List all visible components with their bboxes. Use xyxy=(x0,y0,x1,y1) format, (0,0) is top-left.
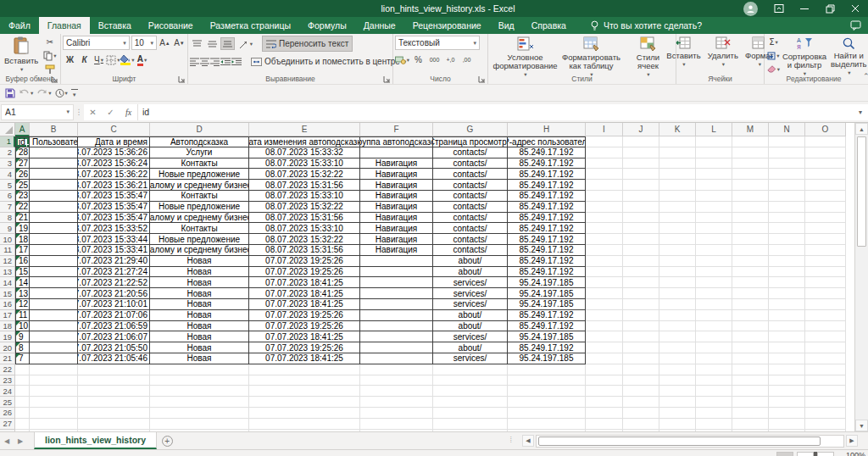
cell-G9[interactable]: contacts/ xyxy=(433,223,508,234)
cell-K27[interactable] xyxy=(659,419,696,430)
cell-F15[interactable] xyxy=(360,288,433,299)
cell-K17[interactable] xyxy=(659,310,696,321)
increase-decimal-button[interactable]: +,0 xyxy=(443,53,458,66)
cell-M18[interactable] xyxy=(732,321,769,332)
cell-H22[interactable] xyxy=(508,364,586,375)
col-header-I[interactable]: I xyxy=(586,123,623,136)
cell-M24[interactable] xyxy=(732,386,769,397)
account-avatar[interactable] xyxy=(743,2,758,16)
cell-E13[interactable]: 07.07.2023 19:25:26 xyxy=(249,267,360,278)
cell-C14[interactable]: 07.07.2023 21:22:52 xyxy=(78,277,150,288)
cell-L10[interactable] xyxy=(696,234,732,245)
cell-L2[interactable] xyxy=(696,147,732,158)
ribbon-tab-Данные[interactable]: Данные xyxy=(355,17,404,34)
formula-input[interactable]: id xyxy=(138,104,853,120)
fill-button[interactable]: ▾ xyxy=(766,49,781,62)
cell-F11[interactable]: Навигация xyxy=(360,245,433,256)
copy-button[interactable]: ▾ xyxy=(42,49,57,62)
cell-K12[interactable] xyxy=(659,256,696,267)
row-header-2[interactable]: 2 xyxy=(0,147,15,158)
cell-I9[interactable] xyxy=(586,223,623,234)
cell-L6[interactable] xyxy=(696,191,732,202)
cell-L22[interactable] xyxy=(696,364,732,375)
cell-K4[interactable] xyxy=(659,169,696,180)
cell-L7[interactable] xyxy=(696,202,732,213)
cell-O4[interactable] xyxy=(805,169,846,180)
cell-C24[interactable] xyxy=(78,386,150,397)
cell-F26[interactable] xyxy=(360,408,433,419)
row-header-5[interactable]: 5 xyxy=(0,180,15,191)
col-header-G[interactable]: G xyxy=(433,123,508,136)
cell-B9[interactable] xyxy=(30,223,78,234)
cell-H4[interactable]: 85.249.17.192 xyxy=(508,169,586,180)
cell-I12[interactable] xyxy=(586,256,623,267)
cell-I25[interactable] xyxy=(586,397,623,408)
cell-M4[interactable] xyxy=(732,169,769,180)
cell-J27[interactable] xyxy=(623,419,659,430)
font-dialog-launcher[interactable] xyxy=(178,75,186,83)
cell-H6[interactable]: 85.249.17.192 xyxy=(508,191,586,202)
cell-B26[interactable] xyxy=(30,408,78,419)
cell-E6[interactable]: 08.07.2023 15:33:10 xyxy=(249,191,360,202)
comment-button[interactable] xyxy=(850,17,861,34)
cell-L14[interactable] xyxy=(696,277,732,288)
cell-N17[interactable] xyxy=(769,310,805,321)
row-header-23[interactable]: 23 xyxy=(0,375,15,386)
cell-O6[interactable] xyxy=(805,191,846,202)
cell-F6[interactable]: Навигация xyxy=(360,191,433,202)
ribbon-tab-Вставка[interactable]: Вставка xyxy=(90,17,140,34)
cell-L15[interactable] xyxy=(696,288,732,299)
zoom-level-label[interactable]: 100% xyxy=(846,451,865,456)
cell-G10[interactable]: contacts/ xyxy=(433,234,508,245)
cell-B27[interactable] xyxy=(30,419,78,430)
cell-I27[interactable] xyxy=(586,419,623,430)
cell-A16[interactable]: 12 xyxy=(15,299,30,310)
cell-G17[interactable]: about/ xyxy=(433,310,508,321)
cell-B10[interactable] xyxy=(30,234,78,245)
ribbon-tab-Главная[interactable]: Главная xyxy=(39,17,90,34)
cell-M12[interactable] xyxy=(732,256,769,267)
cell-J4[interactable] xyxy=(623,169,659,180)
cell-C18[interactable]: 07.07.2023 21:06:59 xyxy=(78,321,150,332)
cell-D2[interactable]: Услуги xyxy=(150,147,249,158)
row-header-1[interactable]: 1 xyxy=(0,136,15,147)
cell-H17[interactable]: 85.249.17.192 xyxy=(508,310,586,321)
cell-A5[interactable]: 25 xyxy=(15,180,30,191)
cell-G24[interactable] xyxy=(433,386,508,397)
ribbon-tab-Вид[interactable]: Вид xyxy=(490,17,523,34)
cell-D27[interactable] xyxy=(150,419,249,430)
align-left-button[interactable] xyxy=(190,55,199,68)
cell-G25[interactable] xyxy=(433,397,508,408)
row-header-21[interactable]: 21 xyxy=(0,353,15,364)
cell-E15[interactable]: 07.07.2023 18:41:25 xyxy=(249,288,360,299)
cell-F25[interactable] xyxy=(360,397,433,408)
cell-J22[interactable] xyxy=(623,364,659,375)
cell-B18[interactable] xyxy=(30,321,78,332)
cell-N23[interactable] xyxy=(769,375,805,386)
cell-A25[interactable] xyxy=(15,397,30,408)
cell-K14[interactable] xyxy=(659,277,696,288)
cell-A13[interactable]: 15 xyxy=(15,267,30,278)
cell-L13[interactable] xyxy=(696,267,732,278)
cell-N19[interactable] xyxy=(769,331,805,342)
cell-A12[interactable]: 16 xyxy=(15,256,30,267)
cell-B23[interactable] xyxy=(30,375,78,386)
cell-H15[interactable]: 95.24.197.185 xyxy=(508,288,586,299)
cell-M19[interactable] xyxy=(732,331,769,342)
cell-M5[interactable] xyxy=(732,180,769,191)
cell-J16[interactable] xyxy=(623,299,659,310)
cell-G18[interactable]: about/ xyxy=(433,321,508,332)
cell-N12[interactable] xyxy=(769,256,805,267)
cell-F13[interactable] xyxy=(360,267,433,278)
cell-K5[interactable] xyxy=(659,180,696,191)
cell-H3[interactable]: 85.249.17.192 xyxy=(508,158,586,170)
cell-O25[interactable] xyxy=(805,397,846,408)
tell-me-search[interactable]: Что вы хотите сделать? xyxy=(590,17,702,34)
cell-J23[interactable] xyxy=(623,375,659,386)
vertical-scroll-thumb[interactable] xyxy=(857,136,866,247)
cell-A21[interactable]: 7 xyxy=(15,353,30,364)
cell-J25[interactable] xyxy=(623,397,659,408)
comma-style-button[interactable]: 000 xyxy=(427,53,442,66)
cell-G16[interactable]: services/ xyxy=(433,299,508,310)
cell-E2[interactable]: 08.07.2023 15:33:32 xyxy=(249,147,360,158)
